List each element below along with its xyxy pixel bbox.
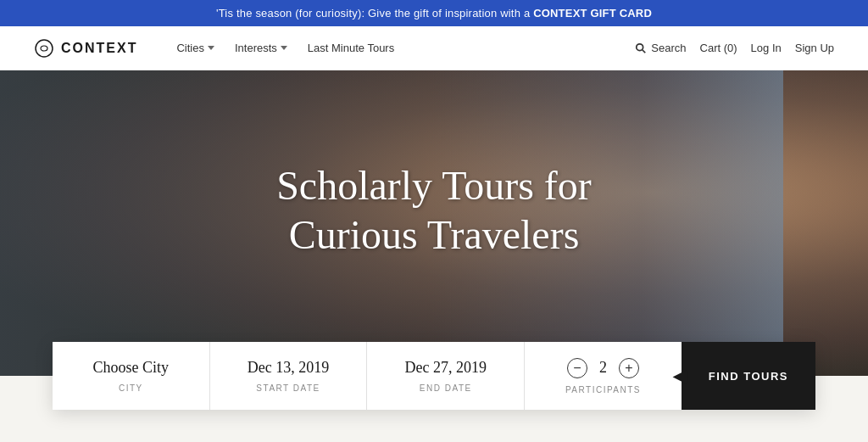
nav-item-interests[interactable]: Interests	[226, 36, 296, 59]
cart-label: Cart (0)	[700, 42, 737, 54]
cart-button[interactable]: Cart (0)	[700, 42, 737, 54]
hero-content: Scholarly Tours for Curious Travelers	[0, 70, 868, 376]
login-label: Log In	[751, 42, 782, 54]
signup-button[interactable]: Sign Up	[795, 42, 834, 54]
participants-count: 2	[599, 359, 607, 377]
bottom-area	[0, 410, 868, 442]
chevron-down-icon	[208, 46, 214, 50]
start-date-value: Dec 13, 2019	[248, 359, 329, 377]
svg-point-1	[637, 43, 643, 50]
logo[interactable]: CONTEXT	[34, 38, 137, 59]
nav-right: Search Cart (0) Log In Sign Up	[635, 42, 834, 54]
increment-participants-button[interactable]: +	[619, 358, 639, 378]
participants-control: − 2 +	[567, 358, 639, 378]
banner-text-bold[interactable]: CONTEXT GIFT CARD	[533, 7, 652, 20]
nav-item-last-minute[interactable]: Last Minute Tours	[299, 36, 403, 59]
hero-section: Scholarly Tours for Curious Travelers	[0, 70, 868, 376]
find-tours-button[interactable]: FIND TOURS	[682, 342, 815, 410]
city-value: Choose City	[93, 359, 170, 377]
participants-label: PARTICIPANTS	[565, 385, 641, 394]
search-icon	[635, 42, 647, 54]
nav-cities-label: Cities	[176, 42, 204, 54]
svg-point-0	[36, 40, 53, 57]
svg-line-2	[643, 49, 646, 53]
end-date-label: END DATE	[420, 383, 472, 393]
start-date-field[interactable]: Dec 13, 2019 START DATE	[210, 342, 368, 410]
search-bar: Choose City CITY Dec 13, 2019 START DATE…	[53, 342, 815, 410]
search-button[interactable]: Search	[635, 42, 686, 54]
nav-links: Cities Interests Last Minute Tours	[168, 36, 635, 59]
participants-field: − 2 + PARTICIPANTS	[525, 342, 682, 410]
city-label: CITY	[119, 383, 143, 393]
nav-last-minute-label: Last Minute Tours	[308, 42, 394, 54]
hero-title-line2: Curious Travelers	[289, 212, 580, 257]
city-field[interactable]: Choose City CITY	[53, 342, 210, 410]
nav-item-cities[interactable]: Cities	[168, 36, 223, 59]
banner-text-pre: 'Tis the season (for curiosity): Give th…	[216, 7, 533, 20]
nav-interests-label: Interests	[235, 42, 277, 54]
navbar: CONTEXT Cities Interests Last Minute Tou…	[0, 26, 868, 70]
login-button[interactable]: Log In	[751, 42, 782, 54]
end-date-field[interactable]: Dec 27, 2019 END DATE	[367, 342, 525, 410]
hero-title-line1: Scholarly Tours for	[276, 163, 592, 208]
logo-text: CONTEXT	[61, 41, 137, 56]
decrement-participants-button[interactable]: −	[567, 358, 587, 378]
top-banner: 'Tis the season (for curiosity): Give th…	[0, 0, 868, 26]
logo-icon	[34, 38, 54, 59]
find-tours-label: FIND TOURS	[709, 370, 788, 383]
search-label: Search	[651, 42, 686, 54]
end-date-value: Dec 27, 2019	[405, 359, 487, 377]
chevron-down-icon	[281, 46, 287, 50]
banner-text: 'Tis the season (for curiosity): Give th…	[216, 7, 652, 20]
hero-title: Scholarly Tours for Curious Travelers	[276, 161, 592, 259]
start-date-label: START DATE	[256, 383, 320, 393]
signup-label: Sign Up	[795, 42, 834, 54]
